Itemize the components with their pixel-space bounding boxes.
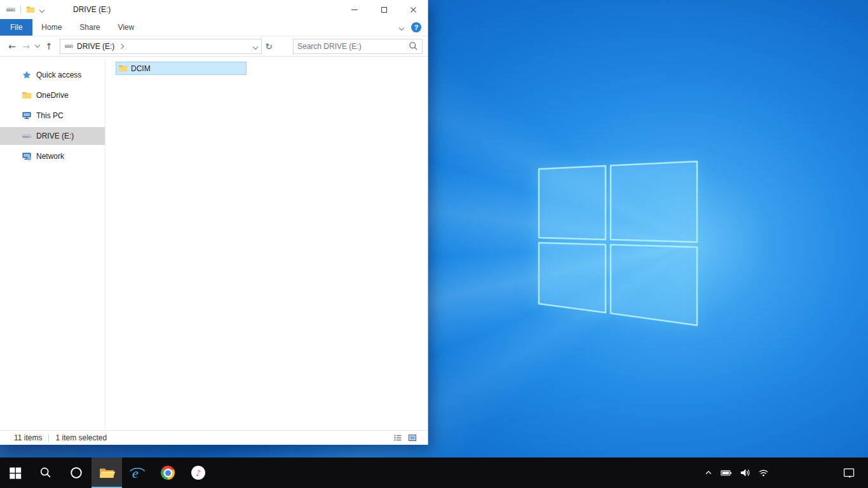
show-hidden-icons-chevron-icon[interactable] [700,458,717,488]
action-center-icon[interactable] [839,458,859,488]
computer-icon [22,111,32,121]
address-drive-icon [64,41,74,51]
tab-home[interactable]: Home [32,19,71,36]
navigation-bar: ← → ↑ DRIVE (E:) ↻ [0,36,428,57]
address-bar[interactable]: DRIVE (E:) [60,39,262,54]
refresh-button[interactable]: ↻ [262,41,276,51]
drive-icon [5,4,17,15]
sidebar-label: DRIVE (E:) [36,132,74,140]
file-explorer-window: DRIVE (E:) File Home Share View ? ← → ↑ … [0,0,428,445]
system-tray [700,458,868,488]
itunes-button[interactable]: ♪ [183,458,214,488]
star-icon [22,70,32,80]
taskbar: e ♪ [0,458,868,488]
up-button[interactable]: ↑ [42,41,56,51]
sidebar-label: OneDrive [36,91,69,100]
chrome-button[interactable] [153,458,183,488]
drive-icon [22,131,32,141]
recent-locations-dropdown[interactable] [33,45,42,47]
onedrive-folder-icon [22,90,32,100]
folder-icon [118,64,128,73]
windows-logo [535,158,702,330]
sidebar-item-quick-access[interactable]: Quick access [0,66,105,84]
address-dropdown-chevron-icon[interactable] [254,42,257,51]
itunes-icon: ♪ [191,466,205,480]
titlebar-separator [20,5,21,14]
internet-explorer-icon: e [129,464,146,481]
battery-icon[interactable] [717,458,736,488]
maximize-button[interactable] [369,0,398,19]
close-button[interactable] [398,0,428,19]
sidebar-item-network[interactable]: Network [0,147,105,165]
breadcrumb-chevron-icon[interactable] [119,43,124,48]
file-item-dcim[interactable]: DCIM [116,62,247,75]
tab-share[interactable]: Share [71,19,109,36]
back-button[interactable]: ← [5,41,19,51]
large-icons-view-button[interactable] [407,433,417,443]
search-input[interactable] [297,42,409,51]
details-view-button[interactable] [393,433,403,443]
selection-count: 1 item selected [55,433,107,442]
window-body: Quick access OneDrive This PC DRIVE (E:) [0,57,428,430]
sidebar-item-onedrive[interactable]: OneDrive [0,86,105,104]
status-bar: 11 items 1 item selected [0,430,428,445]
taskbar-search-button[interactable] [31,458,61,488]
window-title: DRIVE (E:) [73,5,111,14]
sidebar-item-drive-e[interactable]: DRIVE (E:) [0,127,105,145]
search-icon[interactable] [409,41,418,51]
internet-explorer-button[interactable]: e [122,458,153,488]
svg-text:e: e [132,465,139,481]
minimize-button[interactable] [340,0,369,19]
cortana-circle-icon [69,466,83,480]
speaker-icon[interactable] [736,458,754,488]
expand-ribbon-chevron-icon[interactable] [400,23,403,32]
search-box [293,39,423,54]
sidebar-label: Network [36,152,64,161]
tab-view[interactable]: View [109,19,143,36]
network-icon [22,151,32,161]
tray-spacer [773,458,839,488]
titlebar: DRIVE (E:) [0,0,428,19]
item-count: 11 items [14,433,42,442]
forward-button[interactable]: → [19,41,33,51]
file-list[interactable]: DCIM [105,57,428,430]
taskbar-file-explorer-button[interactable] [92,458,122,488]
help-icon[interactable]: ? [411,22,421,32]
search-icon [39,466,53,480]
ribbon-tab-row: File Home Share View ? [0,19,428,36]
quick-access-toolbar-folder-icon[interactable] [25,4,36,15]
wifi-icon[interactable] [754,458,773,488]
navigation-pane: Quick access OneDrive This PC DRIVE (E:) [0,57,105,430]
caption-buttons [340,0,428,19]
sidebar-label: This PC [36,111,64,120]
file-explorer-icon [98,464,115,481]
file-name: DCIM [131,64,151,73]
breadcrumb-drive[interactable]: DRIVE (E:) [77,42,114,51]
start-button[interactable] [0,458,31,488]
tab-file[interactable]: File [0,19,32,36]
cortana-button[interactable] [61,458,92,488]
sidebar-label: Quick access [36,71,81,79]
status-divider [48,434,49,442]
sidebar-item-this-pc[interactable]: This PC [0,107,105,125]
customize-quick-access-toolbar-dropdown[interactable] [40,5,44,14]
chrome-icon [161,466,175,480]
